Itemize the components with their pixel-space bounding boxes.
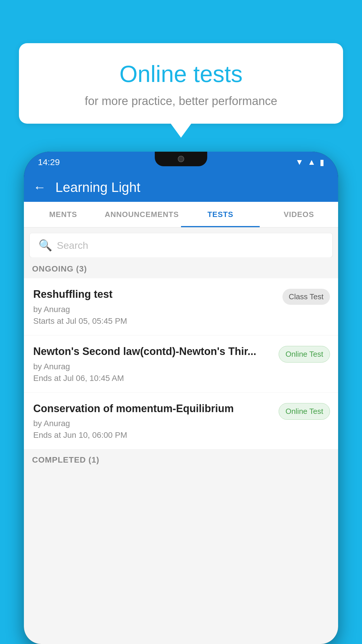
test-name-reshuffling: Reshuffling test (33, 288, 277, 301)
test-badge-conservation: Online Test (279, 403, 330, 420)
search-bar[interactable]: 🔍 Search (30, 233, 332, 257)
test-by-reshuffling: by Anurag (33, 305, 277, 314)
test-date-conservation: Ends at Jun 10, 06:00 PM (33, 430, 273, 440)
status-icons: ▼ ▲ ▮ (296, 158, 324, 167)
search-placeholder: Search (57, 240, 88, 251)
test-by-conservation: by Anurag (33, 419, 273, 428)
tab-ments[interactable]: MENTS (24, 202, 102, 227)
camera (178, 156, 184, 162)
tab-tests[interactable]: TESTS (181, 202, 259, 227)
screen-content: 🔍 Search ONGOING (3) Reshuffling test by… (24, 228, 338, 644)
test-name-newtons: Newton's Second law(contd)-Newton's Thir… (33, 345, 273, 358)
app-title: Learning Light (55, 179, 140, 195)
test-item-newtons[interactable]: Newton's Second law(contd)-Newton's Thir… (24, 335, 338, 393)
test-by-newtons: by Anurag (33, 362, 273, 371)
battery-icon: ▮ (320, 158, 324, 167)
notch (155, 152, 207, 166)
search-icon: 🔍 (38, 239, 52, 252)
test-badge-reshuffling: Class Test (282, 289, 330, 305)
speech-bubble: Online tests for more practice, better p… (19, 43, 343, 124)
test-item-conservation[interactable]: Conservation of momentum-Equilibrium by … (24, 393, 338, 450)
status-time: 14:29 (38, 157, 60, 167)
back-button[interactable]: ← (33, 180, 46, 195)
tab-bar: MENTS ANNOUNCEMENTS TESTS VIDEOS (24, 202, 338, 228)
test-list-ongoing: Reshuffling test by Anurag Starts at Jul… (24, 278, 338, 449)
test-item-reshuffling[interactable]: Reshuffling test by Anurag Starts at Jul… (24, 278, 338, 335)
wifi-icon: ▼ (296, 158, 304, 167)
test-info-conservation: Conservation of momentum-Equilibrium by … (33, 402, 273, 440)
test-info-newtons: Newton's Second law(contd)-Newton's Thir… (33, 345, 273, 383)
test-date-newtons: Ends at Jul 06, 10:45 AM (33, 374, 273, 383)
test-info-reshuffling: Reshuffling test by Anurag Starts at Jul… (33, 288, 277, 326)
test-name-conservation: Conservation of momentum-Equilibrium (33, 402, 273, 416)
tab-announcements[interactable]: ANNOUNCEMENTS (102, 202, 181, 227)
completed-section-header: COMPLETED (1) (24, 449, 338, 468)
bubble-title: Online tests (34, 61, 328, 88)
bubble-subtitle: for more practice, better performance (34, 94, 328, 108)
phone-frame: 14:29 ▼ ▲ ▮ ← Learning Light MENTS ANNOU… (24, 152, 338, 644)
app-bar: ← Learning Light (24, 173, 338, 202)
test-badge-newtons: Online Test (279, 346, 330, 363)
signal-icon: ▲ (307, 158, 316, 167)
tab-videos[interactable]: VIDEOS (260, 202, 338, 227)
test-date-reshuffling: Starts at Jul 05, 05:45 PM (33, 316, 277, 326)
ongoing-section-header: ONGOING (3) (24, 257, 338, 278)
